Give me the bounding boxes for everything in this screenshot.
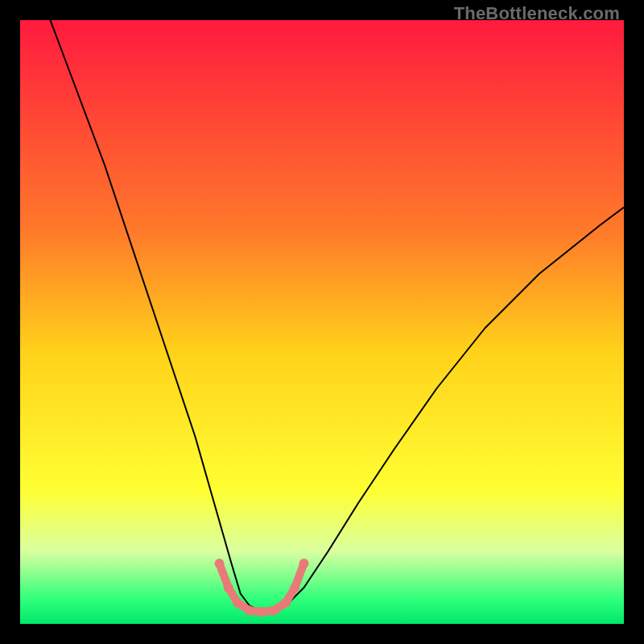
optimal-band-dot: [215, 559, 225, 568]
optimal-band-dot: [233, 598, 242, 608]
optimal-band-dot: [290, 583, 299, 592]
optimal-band-dot: [224, 583, 233, 592]
optimal-band-dot: [257, 607, 266, 617]
chart-plot-area: [20, 20, 624, 624]
optimal-band-dot: [269, 606, 279, 616]
chart-frame: TheBottleneck.com: [0, 0, 644, 644]
watermark-text: TheBottleneck.com: [454, 3, 620, 24]
optimal-band-dot: [245, 606, 254, 616]
chart-svg: [20, 20, 624, 624]
chart-background: [20, 20, 624, 624]
optimal-band-dot: [299, 559, 309, 568]
optimal-band-dot: [281, 598, 291, 608]
